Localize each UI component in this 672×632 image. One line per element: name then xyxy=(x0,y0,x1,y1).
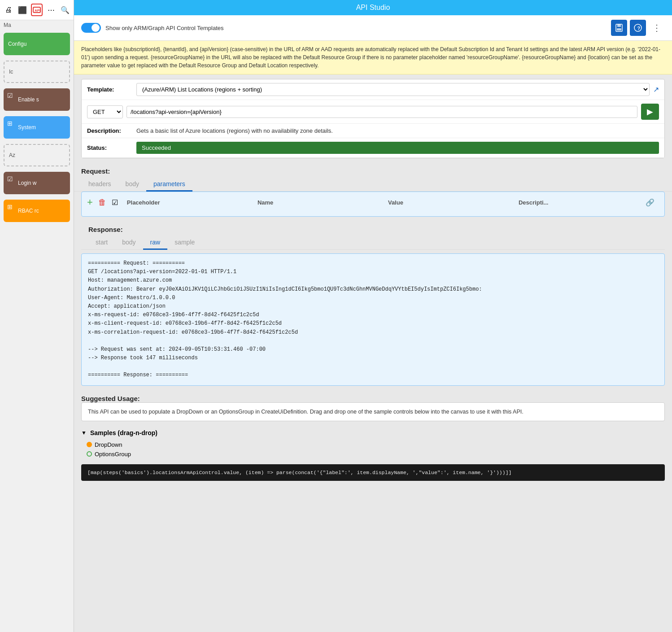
suggested-title: Suggested Usage: xyxy=(74,390,672,402)
method-select[interactable]: GET xyxy=(87,105,123,118)
add-param-button[interactable]: + xyxy=(87,196,93,208)
params-col-link: 🔗 xyxy=(646,198,659,207)
sample-dropdown[interactable]: DropDown xyxy=(87,440,665,449)
sidebar-card-config[interactable]: Configu xyxy=(4,33,70,55)
dots-icon[interactable]: ⋯ xyxy=(45,4,57,16)
main-content: API Studio Show only ARM/Graph API Contr… xyxy=(74,0,672,632)
sidebar: 🖨 ⬛ API ⋯ 🔍 Ma Configu Ic ☑ Enable s ⊞ S… xyxy=(0,0,74,632)
status-row: Status: Succeeded xyxy=(82,138,664,158)
api-studio-icon[interactable]: API xyxy=(31,4,43,16)
sidebar-section-label: Ma xyxy=(0,20,74,30)
code-snippet: [map(steps('basics').locationsArmApiCont… xyxy=(81,464,665,481)
info-box: Placeholders like {subscriptionId}, {ten… xyxy=(74,41,672,74)
sidebar-card-ic[interactable]: Ic xyxy=(4,61,70,83)
status-value: Succeeded xyxy=(136,142,659,154)
description-label: Description: xyxy=(87,127,136,134)
sidebar-card-enable-label: Enable s xyxy=(18,96,39,103)
template-label: Template: xyxy=(87,86,136,93)
header-bar: API Studio xyxy=(74,0,672,15)
main-scroll[interactable]: Show only ARM/Graph API Control Template… xyxy=(74,15,672,632)
svg-text:API: API xyxy=(35,9,40,13)
template-row: Template: (Azure/ARM) List Locations (re… xyxy=(82,79,664,100)
response-section: Response: start body raw sample ========… xyxy=(81,221,665,386)
sidebar-card-system-label: System xyxy=(18,124,36,131)
sidebar-card-config-label: Configu xyxy=(8,41,26,47)
save-button[interactable] xyxy=(611,20,627,36)
app-title: API Studio xyxy=(356,4,390,11)
status-label: Status: xyxy=(87,144,136,151)
sample-optionsgroup-label: OptionsGroup xyxy=(95,451,131,458)
sidebar-card-ic-label: Ic xyxy=(9,69,13,75)
check-param-button[interactable]: ☑ xyxy=(112,198,118,207)
template-select[interactable]: (Azure/ARM) List Locations (regions + so… xyxy=(136,83,650,96)
sidebar-card-system[interactable]: ⊞ System xyxy=(4,116,70,139)
tab-headers[interactable]: headers xyxy=(81,178,118,192)
params-col-placeholder: Placeholder xyxy=(123,199,249,206)
response-title: Response: xyxy=(81,221,665,233)
description-text: Gets a basic list of Azure locations (re… xyxy=(136,127,333,134)
tab-raw[interactable]: raw xyxy=(143,236,168,250)
dropdown-dot xyxy=(87,442,92,447)
request-section: Request: headers body parameters + 🗑 ☑ P… xyxy=(74,163,672,217)
external-link-icon[interactable]: ↗ xyxy=(653,85,659,94)
params-col-name: Name xyxy=(254,199,379,206)
run-button[interactable]: ▶ xyxy=(641,104,659,120)
search-icon[interactable]: 🔍 xyxy=(59,4,71,16)
suggested-box: This API can be used to populate a DropD… xyxy=(81,402,665,421)
tab-body[interactable]: body xyxy=(118,178,146,192)
tab-parameters[interactable]: parameters xyxy=(146,178,192,192)
sample-optionsgroup[interactable]: OptionsGroup xyxy=(87,449,665,459)
params-area: + 🗑 ☑ Placeholder Name Value Descripti..… xyxy=(81,192,665,217)
request-tabs: headers body parameters xyxy=(74,175,672,192)
raw-box: ========== Request: ========== GET /loca… xyxy=(81,253,665,386)
tab-body-response[interactable]: body xyxy=(115,236,143,250)
print-icon[interactable]: 🖨 xyxy=(3,4,14,16)
url-input[interactable] xyxy=(127,106,637,118)
sidebar-card-login-label: Login w xyxy=(18,180,36,186)
svg-text:?: ? xyxy=(637,26,641,31)
more-options-button[interactable]: ⋮ xyxy=(649,20,665,36)
tab-start[interactable]: start xyxy=(88,236,115,250)
svg-rect-3 xyxy=(617,24,621,27)
monitor-icon[interactable]: ⬛ xyxy=(17,4,29,16)
params-col-description: Descripti... xyxy=(515,199,640,206)
response-tabs: start body raw sample xyxy=(81,233,665,250)
sidebar-card-rbac[interactable]: ⊞ RBAC rc xyxy=(4,200,70,222)
toggle-label: Show only ARM/Graph API Control Template… xyxy=(105,25,224,31)
svg-rect-4 xyxy=(617,28,621,31)
request-title: Request: xyxy=(74,163,672,175)
samples-header[interactable]: ▼ Samples (drag-n-drop) xyxy=(74,426,672,440)
tab-sample[interactable]: sample xyxy=(167,236,202,250)
samples-list: DropDown OptionsGroup xyxy=(74,440,672,462)
chevron-down-icon: ▼ xyxy=(81,430,87,436)
description-row: Description: Gets a basic list of Azure … xyxy=(82,124,664,138)
sidebar-top-icons: 🖨 ⬛ API ⋯ 🔍 xyxy=(0,0,74,20)
sidebar-card-az-label: Az xyxy=(9,152,15,158)
sidebar-card-login[interactable]: ☑ Login w xyxy=(4,172,70,194)
delete-param-button[interactable]: 🗑 xyxy=(98,198,106,207)
toggle-left: Show only ARM/Graph API Control Template… xyxy=(81,23,224,33)
url-row: GET ▶ xyxy=(82,100,664,124)
arm-toggle[interactable] xyxy=(81,23,101,33)
sidebar-card-az[interactable]: Az xyxy=(4,144,70,166)
samples-title: Samples (drag-n-drop) xyxy=(90,429,157,436)
optionsgroup-dot xyxy=(87,451,92,457)
info-text: Placeholders like {subscriptionId}, {ten… xyxy=(81,46,660,69)
api-panel: Template: (Azure/ARM) List Locations (re… xyxy=(81,79,665,158)
suggested-text: This API can be used to populate a DropD… xyxy=(88,409,524,415)
sidebar-card-rbac-label: RBAC rc xyxy=(18,208,39,214)
sidebar-card-enable[interactable]: ☑ Enable s xyxy=(4,88,70,111)
params-toolbar: + 🗑 ☑ Placeholder Name Value Descripti..… xyxy=(87,196,659,208)
sample-dropdown-label: DropDown xyxy=(95,441,122,448)
params-col-value: Value xyxy=(384,199,510,206)
info-button[interactable]: ? xyxy=(630,20,646,36)
toggle-bar: Show only ARM/Graph API Control Template… xyxy=(74,15,672,41)
toggle-right: ? ⋮ xyxy=(611,20,665,36)
